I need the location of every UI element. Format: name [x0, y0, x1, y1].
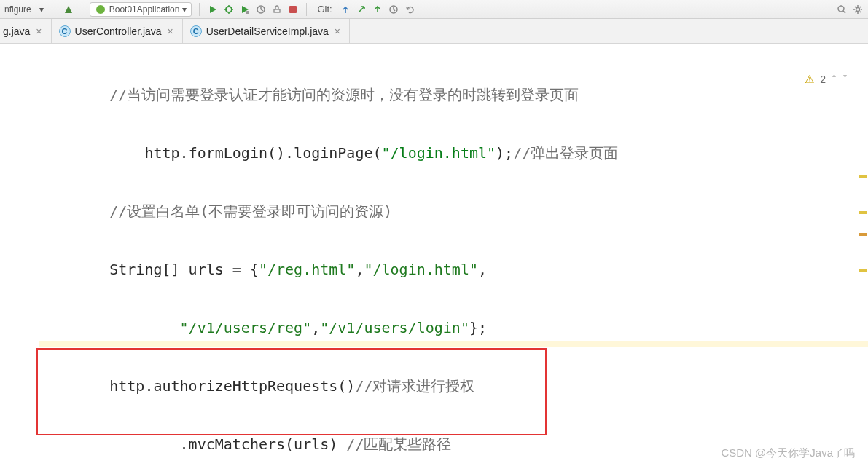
code-comment: //匹配某些路径: [346, 435, 451, 453]
build-icon[interactable]: [63, 4, 74, 15]
main-toolbar: nfigure ▾ Boot01Application ▾ Git:: [0, 0, 868, 19]
editor-tabs: g.java × C UserController.java × C UserD…: [0, 19, 868, 44]
code-comment: //弹出登录页面: [513, 144, 618, 162]
code-string: "/v1/users/reg": [180, 319, 312, 336]
svg-line-12: [843, 11, 845, 13]
stop-icon[interactable]: [287, 4, 299, 15]
settings-icon[interactable]: [852, 4, 864, 15]
chevron-down-icon: ▾: [182, 4, 187, 15]
git-commit-icon[interactable]: [356, 4, 367, 15]
svg-line-18: [855, 7, 856, 7]
svg-point-0: [96, 5, 105, 14]
configure-label-partial: nfigure: [4, 4, 31, 15]
warning-marker[interactable]: [859, 233, 867, 236]
warning-marker[interactable]: [859, 175, 867, 178]
code-text: http.authorizeHttpRequests(): [109, 377, 355, 395]
search-icon[interactable]: [836, 4, 848, 15]
profile-icon[interactable]: [255, 4, 267, 15]
git-push-icon[interactable]: [372, 4, 383, 15]
svg-line-19: [860, 11, 861, 12]
git-history-icon[interactable]: [388, 4, 399, 15]
svg-point-1: [226, 7, 232, 12]
warning-marker[interactable]: [859, 269, 867, 272]
code-text: };: [469, 319, 487, 336]
code-text: ,: [355, 261, 364, 278]
git-rollback-icon[interactable]: [404, 4, 415, 15]
chevron-up-icon[interactable]: ˄: [832, 74, 837, 85]
class-icon: C: [59, 25, 71, 37]
svg-rect-6: [246, 11, 249, 14]
svg-line-20: [855, 11, 856, 12]
svg-rect-9: [289, 6, 297, 13]
inspection-widget[interactable]: ⚠ 2 ˄ ˅: [805, 73, 848, 86]
watermark: CSDN @今天你学Java了吗: [721, 446, 855, 460]
close-icon[interactable]: ×: [166, 25, 175, 37]
coverage-run-icon[interactable]: [239, 4, 251, 15]
run-config-name: Boot01Application: [109, 4, 180, 15]
close-icon[interactable]: ×: [34, 25, 43, 37]
tab-label: UserDetailServiceImpl.java: [206, 25, 329, 37]
git-label: Git:: [314, 4, 335, 15]
separator: [306, 3, 307, 16]
code-text: http.formLogin().loginPage(: [144, 144, 381, 162]
code-string: "/login.html": [364, 261, 478, 278]
warning-count: 2: [820, 74, 826, 85]
code-text: ,: [311, 319, 320, 336]
code-text: .mvcMatchers(urls): [180, 435, 347, 453]
tab-label: g.java: [3, 25, 30, 37]
chevron-down-icon[interactable]: ˅: [842, 74, 848, 85]
code-string: "/reg.html": [259, 261, 355, 278]
git-update-icon[interactable]: [340, 4, 351, 15]
separator: [82, 3, 82, 16]
svg-point-11: [838, 6, 844, 12]
attach-icon[interactable]: [271, 4, 283, 15]
warning-marker[interactable]: [859, 211, 867, 214]
code-text: );: [496, 144, 513, 162]
error-stripe[interactable]: [858, 87, 868, 466]
spring-boot-icon: [95, 4, 106, 15]
tab-partial[interactable]: g.java ×: [0, 19, 52, 43]
code-editor[interactable]: //当访问需要登录认证才能访问的资源时，没有登录的时跳转到登录页面 http.f…: [39, 44, 868, 466]
close-icon[interactable]: ×: [333, 25, 342, 37]
code-string: "/login.html": [382, 144, 496, 162]
run-icon[interactable]: [207, 4, 219, 15]
separator: [55, 3, 55, 16]
tab-userdetailserviceimpl[interactable]: C UserDetailServiceImpl.java ×: [183, 19, 350, 43]
separator: [199, 3, 200, 16]
warning-icon: ⚠: [805, 73, 814, 86]
svg-rect-8: [274, 9, 280, 12]
tab-usercontroller[interactable]: C UserController.java ×: [52, 19, 183, 43]
code-comment: //设置白名单(不需要登录即可访问的资源): [109, 202, 392, 220]
svg-point-13: [856, 7, 860, 11]
tab-label: UserController.java: [75, 25, 162, 37]
editor-area: //当访问需要登录认证才能访问的资源时，没有登录的时跳转到登录页面 http.f…: [0, 44, 868, 466]
code-comment: //对请求进行授权: [355, 377, 474, 395]
svg-line-21: [860, 7, 861, 7]
code-comment: //当访问需要登录认证才能访问的资源时，没有登录的时跳转到登录页面: [109, 86, 579, 103]
code-string: "/v1/users/login": [320, 319, 469, 336]
run-configuration-selector[interactable]: Boot01Application ▾: [90, 2, 192, 17]
code-text: String[] urls = {: [109, 261, 259, 278]
dropdown-chevron-icon[interactable]: ▾: [36, 4, 47, 15]
gutter: [0, 44, 39, 466]
class-icon: C: [190, 25, 202, 37]
code-text: ,: [478, 261, 487, 278]
highlight-band: [39, 341, 868, 347]
debug-icon[interactable]: [223, 4, 235, 15]
